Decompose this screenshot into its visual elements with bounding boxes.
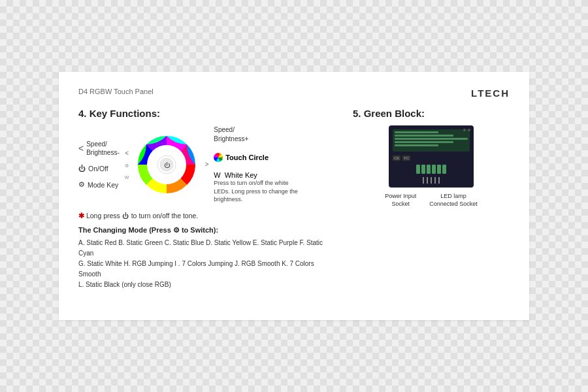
socket-labels-row: Power InputSocket LED lampConnected Sock… [385, 193, 478, 208]
changing-mode-title: The Changing Mode (Press ⚙ to Switch): [78, 226, 333, 235]
brand-logo: LTECH [471, 88, 510, 99]
device-connectors [393, 165, 470, 174]
subtitle: D4 RGBW Touch Panel [78, 88, 154, 95]
touch-circle-icon [214, 153, 223, 162]
content-area: 4. Key Functions: < Speed/Brightness- ⏻ … [78, 108, 510, 290]
device-container: CE FC [353, 125, 510, 208]
speed-up-label: Speed/Brightness+ [214, 125, 299, 144]
mode-list-row-1: A. Static Red B. Static Green C. Static … [78, 238, 333, 259]
key-functions-title: 4. Key Functions: [78, 108, 333, 119]
long-press-note: ✱ Long press ⏻ to turn on/off the tone. [78, 212, 333, 220]
mode-list-row-3: L. Static Black (only close RGB) [78, 280, 333, 290]
touch-circle-label: Touch Circle [214, 153, 299, 162]
speed-down-label: < Speed/Brightness- [78, 140, 120, 157]
cert-area: CE FC [393, 155, 470, 161]
wire [431, 177, 432, 184]
connector-pin [437, 165, 441, 174]
white-key-label: W White Key [214, 171, 299, 179]
device-dots [463, 129, 470, 131]
main-card: D4 RGBW Touch Panel LTECH 4. Key Functio… [59, 72, 529, 320]
color-wheel: ⏻ [134, 132, 199, 197]
led-connected-label: LED lampConnected Socket [429, 193, 478, 208]
device-box: CE FC [389, 125, 474, 188]
key-functions-diagram: < Speed/Brightness- ⏻ On/Off ⚙ Mode Key [78, 125, 333, 204]
device-screen [393, 129, 470, 152]
right-arrows: > [204, 161, 208, 168]
mode-label: ⚙ Mode Key [78, 180, 120, 189]
wires [393, 177, 470, 184]
connector-pin [432, 165, 436, 174]
mode-list: A. Static Red B. Static Green C. Static … [78, 238, 333, 290]
screen-lines [395, 131, 468, 146]
white-key-desc: Press to turn on/off the white LEDs. Lon… [214, 179, 299, 204]
wire [423, 177, 424, 184]
wire [438, 177, 440, 184]
screen-line [395, 138, 468, 140]
white-key-section: W White Key Press to turn on/off the whi… [214, 171, 299, 204]
wheel-svg: ⏻ [134, 132, 199, 197]
onoff-label: ⏻ On/Off [78, 165, 120, 172]
right-section: 5. Green Block: [353, 108, 510, 290]
right-labels: Speed/Brightness+ Touch Circle W White K… [214, 125, 299, 204]
left-arrows: < ⚙ W [125, 150, 129, 180]
connector-pin [416, 165, 420, 174]
header-row: D4 RGBW Touch Panel LTECH [78, 88, 510, 99]
connector-pin [442, 165, 446, 174]
left-labels: < Speed/Brightness- ⏻ On/Off ⚙ Mode Key [78, 140, 120, 189]
power-input-label: Power InputSocket [385, 193, 416, 208]
screen-line [395, 144, 438, 146]
wire [434, 177, 436, 184]
svg-text:⏻: ⏻ [164, 162, 171, 169]
wire [427, 177, 428, 184]
mode-list-row-2: G. Static White H. RGB Jumping I . 7 Col… [78, 259, 333, 280]
device-dot [468, 129, 470, 131]
screen-line [395, 135, 453, 137]
device-dot [463, 129, 466, 131]
left-section: 4. Key Functions: < Speed/Brightness- ⏻ … [78, 108, 333, 290]
connector-pin [427, 165, 431, 174]
screen-line [395, 141, 453, 143]
connector-pin [421, 165, 425, 174]
green-block-title: 5. Green Block: [353, 108, 510, 119]
screen-line [395, 131, 438, 133]
